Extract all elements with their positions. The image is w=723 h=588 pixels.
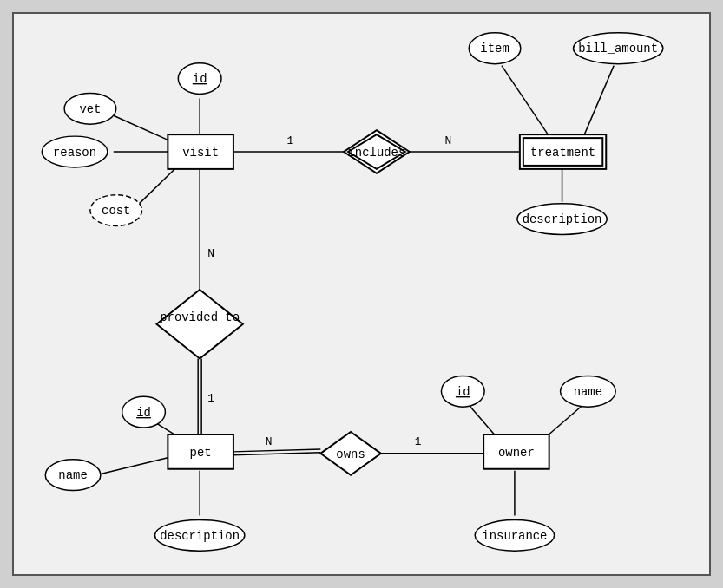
attr-visit-cost-label: cost bbox=[102, 204, 130, 218]
attr-owner-id-label: id bbox=[456, 385, 470, 399]
attr-pet-id-label: id bbox=[136, 406, 151, 420]
relationship-provided-to-label: provided to bbox=[160, 310, 240, 324]
entity-visit-label: visit bbox=[182, 146, 219, 160]
cardinality-provided-pet-1: 1 bbox=[207, 392, 214, 405]
svg-line-1 bbox=[114, 115, 172, 141]
cardinality-owns-owner-1: 1 bbox=[415, 435, 422, 448]
entity-pet-label: pet bbox=[190, 446, 212, 460]
svg-line-7 bbox=[583, 66, 614, 136]
attr-treatment-item-label: item bbox=[480, 42, 509, 56]
svg-line-16 bbox=[233, 453, 320, 455]
entity-owner-label: owner bbox=[498, 446, 535, 460]
relationship-owns-label: owns bbox=[336, 448, 365, 461]
attr-owner-name-label: name bbox=[574, 385, 602, 399]
cardinality-pet-owns-N: N bbox=[266, 435, 273, 448]
cardinality-visit-includes-1: 1 bbox=[287, 134, 294, 147]
attr-visit-reason-label: reason bbox=[53, 146, 96, 160]
cardinality-visit-provided-N: N bbox=[207, 247, 214, 260]
attr-pet-name-label: name bbox=[58, 468, 87, 482]
attr-treatment-desc-label: description bbox=[523, 212, 602, 226]
svg-line-18 bbox=[470, 406, 497, 438]
er-diagram: 1 N N 1 N 1 visit treatment pet owner in… bbox=[12, 12, 711, 576]
attr-visit-id-label: id bbox=[193, 72, 207, 86]
attr-owner-insurance-label: insurance bbox=[482, 529, 547, 543]
svg-line-6 bbox=[502, 66, 549, 136]
svg-line-15 bbox=[233, 449, 320, 452]
attr-pet-desc-label: description bbox=[160, 529, 240, 543]
svg-line-3 bbox=[140, 166, 179, 204]
relationship-includes-label: includes bbox=[348, 146, 406, 160]
svg-line-19 bbox=[545, 404, 584, 438]
attr-visit-vet-label: vet bbox=[79, 102, 101, 116]
attr-treatment-bill-label: bill_amount bbox=[578, 42, 658, 56]
svg-line-13 bbox=[96, 458, 168, 475]
cardinality-includes-treatment-N: N bbox=[445, 134, 452, 147]
entity-treatment-label: treatment bbox=[530, 146, 595, 160]
